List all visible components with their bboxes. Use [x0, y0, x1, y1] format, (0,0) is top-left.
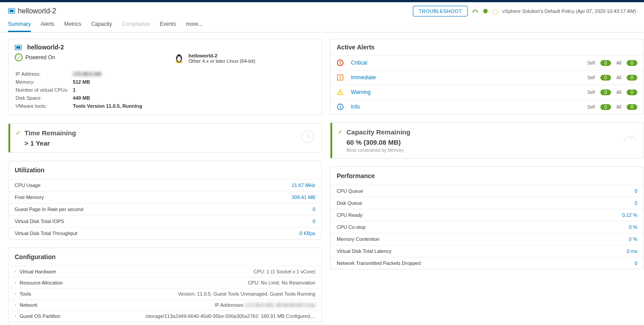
alert-label[interactable]: Immediate — [351, 74, 376, 81]
chevron-right-icon: › — [15, 269, 16, 274]
clock-icon — [300, 129, 315, 146]
metric-label: Network Transmitted Packets Dropped — [337, 260, 420, 266]
metric-row: CPU Co-stop0 % — [330, 221, 644, 233]
config-value: CPU: 1 (1 Socket x 1 vCore) — [253, 269, 315, 274]
metric-label: CPU Queue — [337, 188, 363, 194]
svg-point-18 — [340, 78, 341, 79]
metric-value[interactable]: 0 — [313, 219, 315, 224]
utilization-title: Utilization — [8, 161, 322, 179]
metric-value[interactable]: 21.87 MHz — [292, 183, 315, 188]
chevron-right-icon: › — [15, 314, 16, 318]
metric-value[interactable]: 0 ms — [627, 248, 637, 254]
metric-label: Virtual Disk Total Throughput — [15, 231, 77, 236]
alert-self-label: Self — [587, 61, 595, 65]
config-label: Virtual Hardware — [20, 269, 56, 274]
troubleshoot-button[interactable]: TROUBLESHOOT — [413, 6, 468, 16]
tab-more[interactable]: more... — [186, 21, 202, 32]
utilization-panel: Utilization CPU Usage21.87 MHzFree Memor… — [8, 161, 322, 240]
metric-value[interactable]: 0 % — [629, 236, 637, 242]
alert-row-warning[interactable]: WarningSelf0All0 — [330, 85, 644, 99]
metric-row: Virtual Disk Total IOPS0 — [8, 215, 322, 227]
kv-value: 1 — [73, 86, 146, 93]
time-remaining-value: > 1 Year — [24, 139, 76, 147]
metric-label: Guest Page In Rate per second — [15, 207, 83, 212]
alert-label[interactable]: Critical — [351, 60, 367, 66]
info-icon — [337, 103, 344, 110]
metric-row: Virtual Disk Total Latency0 ms — [330, 245, 644, 257]
svg-point-10 — [178, 56, 178, 57]
kv-key: Memory: — [16, 78, 72, 85]
kv-key: Number of virtual CPUs: — [16, 86, 72, 93]
capacity-remaining-card: ✓ Capacity Remaining 60 % (309.08 MB) Mo… — [330, 122, 644, 158]
vm-icon — [15, 44, 22, 51]
alert-all-label: All — [616, 75, 621, 80]
metric-label: Disk Queue — [337, 200, 362, 206]
alert-self-label: Self — [587, 75, 595, 80]
config-row[interactable]: ›Virtual DiskHard disk 1: 193 MB — [8, 321, 322, 325]
config-row[interactable]: ›Resource AllocationCPU: No Limit, No Re… — [8, 277, 322, 288]
metric-row: CPU Usage21.87 MHz — [8, 179, 322, 191]
alert-row-info[interactable]: InfoSelf0All0 — [330, 99, 644, 114]
chevron-right-icon: › — [15, 303, 16, 307]
metric-value[interactable]: 0 % — [629, 224, 637, 230]
metric-row: Free Memory309.41 MB — [8, 191, 322, 203]
performance-panel: Performance CPU Queue0Disk Queue0CPU Rea… — [330, 167, 644, 269]
metric-value[interactable]: 0 — [635, 260, 637, 266]
tab-summary[interactable]: Summary — [8, 21, 31, 32]
alert-all-label: All — [616, 105, 621, 110]
metric-label: CPU Ready — [337, 212, 363, 218]
config-row[interactable]: ›Virtual HardwareCPU: 1 (1 Socket x 1 vC… — [8, 266, 322, 277]
capacity-title: Capacity Remaining — [346, 128, 410, 136]
metric-value[interactable]: 0 — [635, 200, 637, 206]
performance-title: Performance — [330, 167, 644, 185]
tab-alerts[interactable]: Alerts — [41, 21, 54, 32]
metric-value[interactable]: 0 — [635, 188, 637, 194]
configuration-title: Configuration — [8, 248, 322, 266]
metric-value[interactable]: 0 KBps — [300, 231, 315, 236]
metric-row: Disk Queue0 — [330, 197, 644, 209]
alert-self-count: 0 — [600, 89, 611, 95]
config-value: Version: 11.0.5, Guest Tools Unmanaged, … — [178, 291, 315, 297]
config-value: CPU: No Limit, No Reservation — [248, 280, 315, 285]
alert-self-count: 0 — [600, 104, 611, 110]
config-row[interactable]: ›NetworkIP Addresses 172.28.0.242, 00:50… — [8, 299, 322, 310]
check-icon: ✓ — [16, 129, 21, 136]
metric-label: Virtual Disk Total IOPS — [15, 219, 64, 224]
time-remaining-title: Time Remaining — [24, 129, 76, 137]
alert-label[interactable]: Info — [351, 104, 360, 110]
alerts-title: Active Alerts — [330, 39, 644, 55]
kv-value: 172.28.0.242 — [73, 70, 146, 77]
metric-row: Guest Page In Rate per second0 — [8, 203, 322, 215]
tab-capacity[interactable]: Capacity — [91, 21, 112, 32]
warning-icon — [337, 89, 344, 96]
config-row[interactable]: ›Guest OS Partition/storage/113a2d49-664… — [8, 310, 322, 321]
chevron-right-icon: › — [15, 280, 16, 285]
alert-all-count: 0 — [627, 89, 637, 95]
tab-events[interactable]: Events — [160, 21, 176, 32]
alert-label[interactable]: Warning — [351, 89, 371, 95]
tab-compliance: Compliance — [122, 21, 150, 32]
alert-all-count: 0 — [627, 104, 637, 110]
os-description: Other 4.x or later Linux (64-bit) — [188, 58, 255, 64]
kv-key: IP Address: — [16, 70, 72, 77]
policy-icon: ▢ — [493, 8, 498, 15]
metric-label: Virtual Disk Total Latency — [337, 248, 391, 254]
svg-point-20 — [340, 93, 341, 94]
config-label: Resource Allocation — [20, 280, 63, 285]
config-label: Guest OS Partition — [20, 313, 61, 319]
alert-all-label: All — [616, 61, 621, 65]
vm-summary-card: helloworld-2 ✓ Powered On IP Address:172… — [8, 39, 322, 115]
health-badge-icon — [472, 9, 478, 13]
alert-self-label: Self — [587, 105, 595, 110]
alert-row-immediate[interactable]: ImmediateSelf0All0 — [330, 70, 644, 85]
metric-value[interactable]: 309.41 MB — [292, 195, 315, 200]
kv-key: VMware tools: — [16, 102, 72, 110]
metric-value[interactable]: 0 — [313, 207, 315, 212]
tab-bar: SummaryAlertsMetricsCapacityComplianceEv… — [0, 16, 644, 32]
tab-metrics[interactable]: Metrics — [64, 21, 82, 32]
config-row[interactable]: ›ToolsVersion: 11.0.5, Guest Tools Unman… — [8, 288, 322, 299]
metric-row: Memory Contention0 % — [330, 233, 644, 245]
metric-value[interactable]: 0.12 % — [622, 212, 637, 218]
alert-row-critical[interactable]: CriticalSelf0All0 — [330, 55, 644, 70]
metric-label: Free Memory — [15, 195, 44, 200]
